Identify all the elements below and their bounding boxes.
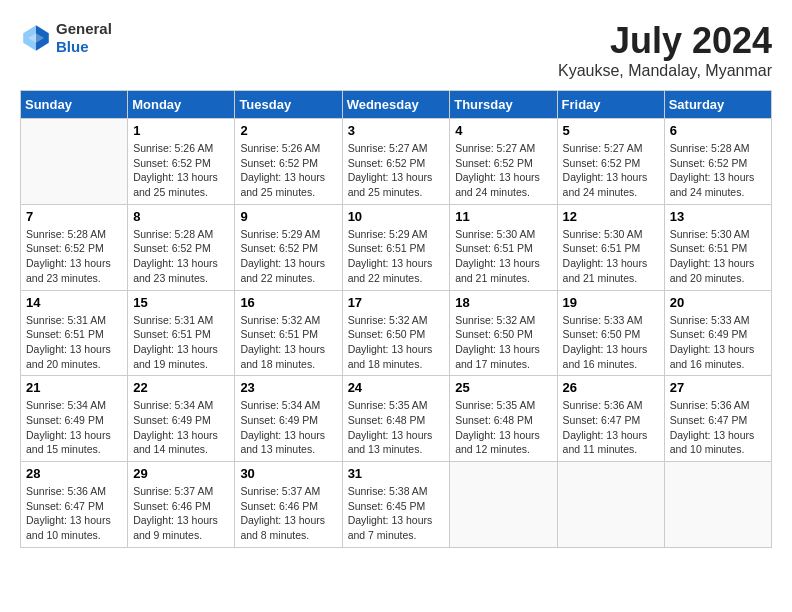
calendar-cell: 21Sunrise: 5:34 AM Sunset: 6:49 PM Dayli… (21, 376, 128, 462)
day-info: Sunrise: 5:27 AM Sunset: 6:52 PM Dayligh… (455, 141, 551, 200)
calendar-cell: 2Sunrise: 5:26 AM Sunset: 6:52 PM Daylig… (235, 119, 342, 205)
calendar-cell: 3Sunrise: 5:27 AM Sunset: 6:52 PM Daylig… (342, 119, 450, 205)
day-info: Sunrise: 5:36 AM Sunset: 6:47 PM Dayligh… (670, 398, 766, 457)
calendar-cell: 24Sunrise: 5:35 AM Sunset: 6:48 PM Dayli… (342, 376, 450, 462)
day-info: Sunrise: 5:30 AM Sunset: 6:51 PM Dayligh… (670, 227, 766, 286)
calendar-cell: 4Sunrise: 5:27 AM Sunset: 6:52 PM Daylig… (450, 119, 557, 205)
calendar-cell (664, 462, 771, 548)
calendar-cell: 31Sunrise: 5:38 AM Sunset: 6:45 PM Dayli… (342, 462, 450, 548)
calendar-cell: 23Sunrise: 5:34 AM Sunset: 6:49 PM Dayli… (235, 376, 342, 462)
day-number: 17 (348, 295, 445, 310)
calendar-cell: 22Sunrise: 5:34 AM Sunset: 6:49 PM Dayli… (128, 376, 235, 462)
calendar-location: Kyaukse, Mandalay, Myanmar (558, 62, 772, 80)
calendar-header-row: SundayMondayTuesdayWednesdayThursdayFrid… (21, 91, 772, 119)
day-of-week-header: Tuesday (235, 91, 342, 119)
day-info: Sunrise: 5:38 AM Sunset: 6:45 PM Dayligh… (348, 484, 445, 543)
day-info: Sunrise: 5:26 AM Sunset: 6:52 PM Dayligh… (133, 141, 229, 200)
day-number: 20 (670, 295, 766, 310)
day-info: Sunrise: 5:36 AM Sunset: 6:47 PM Dayligh… (563, 398, 659, 457)
page-header: General Blue July 2024 Kyaukse, Mandalay… (20, 20, 772, 80)
calendar-cell: 26Sunrise: 5:36 AM Sunset: 6:47 PM Dayli… (557, 376, 664, 462)
day-number: 10 (348, 209, 445, 224)
day-info: Sunrise: 5:34 AM Sunset: 6:49 PM Dayligh… (133, 398, 229, 457)
day-number: 16 (240, 295, 336, 310)
title-block: July 2024 Kyaukse, Mandalay, Myanmar (558, 20, 772, 80)
calendar-cell: 5Sunrise: 5:27 AM Sunset: 6:52 PM Daylig… (557, 119, 664, 205)
day-info: Sunrise: 5:30 AM Sunset: 6:51 PM Dayligh… (455, 227, 551, 286)
day-number: 14 (26, 295, 122, 310)
day-number: 26 (563, 380, 659, 395)
calendar-cell: 16Sunrise: 5:32 AM Sunset: 6:51 PM Dayli… (235, 290, 342, 376)
day-info: Sunrise: 5:35 AM Sunset: 6:48 PM Dayligh… (348, 398, 445, 457)
day-info: Sunrise: 5:31 AM Sunset: 6:51 PM Dayligh… (133, 313, 229, 372)
day-number: 31 (348, 466, 445, 481)
calendar-title: July 2024 (558, 20, 772, 62)
day-info: Sunrise: 5:37 AM Sunset: 6:46 PM Dayligh… (240, 484, 336, 543)
day-number: 4 (455, 123, 551, 138)
day-info: Sunrise: 5:34 AM Sunset: 6:49 PM Dayligh… (240, 398, 336, 457)
day-info: Sunrise: 5:29 AM Sunset: 6:52 PM Dayligh… (240, 227, 336, 286)
day-number: 2 (240, 123, 336, 138)
day-info: Sunrise: 5:35 AM Sunset: 6:48 PM Dayligh… (455, 398, 551, 457)
day-number: 18 (455, 295, 551, 310)
calendar-cell: 29Sunrise: 5:37 AM Sunset: 6:46 PM Dayli… (128, 462, 235, 548)
day-number: 28 (26, 466, 122, 481)
day-number: 11 (455, 209, 551, 224)
calendar-cell: 25Sunrise: 5:35 AM Sunset: 6:48 PM Dayli… (450, 376, 557, 462)
day-info: Sunrise: 5:27 AM Sunset: 6:52 PM Dayligh… (348, 141, 445, 200)
day-number: 21 (26, 380, 122, 395)
calendar-cell: 15Sunrise: 5:31 AM Sunset: 6:51 PM Dayli… (128, 290, 235, 376)
day-number: 13 (670, 209, 766, 224)
calendar-cell: 18Sunrise: 5:32 AM Sunset: 6:50 PM Dayli… (450, 290, 557, 376)
calendar-cell: 6Sunrise: 5:28 AM Sunset: 6:52 PM Daylig… (664, 119, 771, 205)
day-info: Sunrise: 5:29 AM Sunset: 6:51 PM Dayligh… (348, 227, 445, 286)
calendar-cell: 14Sunrise: 5:31 AM Sunset: 6:51 PM Dayli… (21, 290, 128, 376)
day-number: 19 (563, 295, 659, 310)
day-info: Sunrise: 5:30 AM Sunset: 6:51 PM Dayligh… (563, 227, 659, 286)
calendar-cell: 13Sunrise: 5:30 AM Sunset: 6:51 PM Dayli… (664, 204, 771, 290)
day-info: Sunrise: 5:34 AM Sunset: 6:49 PM Dayligh… (26, 398, 122, 457)
day-of-week-header: Saturday (664, 91, 771, 119)
day-info: Sunrise: 5:32 AM Sunset: 6:51 PM Dayligh… (240, 313, 336, 372)
day-of-week-header: Thursday (450, 91, 557, 119)
day-number: 3 (348, 123, 445, 138)
day-number: 8 (133, 209, 229, 224)
day-info: Sunrise: 5:28 AM Sunset: 6:52 PM Dayligh… (670, 141, 766, 200)
day-info: Sunrise: 5:36 AM Sunset: 6:47 PM Dayligh… (26, 484, 122, 543)
calendar-cell: 7Sunrise: 5:28 AM Sunset: 6:52 PM Daylig… (21, 204, 128, 290)
calendar-cell (21, 119, 128, 205)
calendar-week-row: 1Sunrise: 5:26 AM Sunset: 6:52 PM Daylig… (21, 119, 772, 205)
calendar-week-row: 7Sunrise: 5:28 AM Sunset: 6:52 PM Daylig… (21, 204, 772, 290)
calendar-cell (557, 462, 664, 548)
day-info: Sunrise: 5:28 AM Sunset: 6:52 PM Dayligh… (26, 227, 122, 286)
logo: General Blue (20, 20, 112, 56)
calendar-cell: 28Sunrise: 5:36 AM Sunset: 6:47 PM Dayli… (21, 462, 128, 548)
calendar-cell: 19Sunrise: 5:33 AM Sunset: 6:50 PM Dayli… (557, 290, 664, 376)
day-number: 9 (240, 209, 336, 224)
day-info: Sunrise: 5:32 AM Sunset: 6:50 PM Dayligh… (455, 313, 551, 372)
day-number: 29 (133, 466, 229, 481)
day-number: 23 (240, 380, 336, 395)
day-number: 15 (133, 295, 229, 310)
day-number: 5 (563, 123, 659, 138)
day-number: 25 (455, 380, 551, 395)
day-of-week-header: Monday (128, 91, 235, 119)
calendar-cell: 10Sunrise: 5:29 AM Sunset: 6:51 PM Dayli… (342, 204, 450, 290)
day-info: Sunrise: 5:28 AM Sunset: 6:52 PM Dayligh… (133, 227, 229, 286)
day-info: Sunrise: 5:32 AM Sunset: 6:50 PM Dayligh… (348, 313, 445, 372)
calendar-week-row: 28Sunrise: 5:36 AM Sunset: 6:47 PM Dayli… (21, 462, 772, 548)
day-info: Sunrise: 5:37 AM Sunset: 6:46 PM Dayligh… (133, 484, 229, 543)
day-info: Sunrise: 5:31 AM Sunset: 6:51 PM Dayligh… (26, 313, 122, 372)
day-info: Sunrise: 5:26 AM Sunset: 6:52 PM Dayligh… (240, 141, 336, 200)
logo-icon (20, 22, 52, 54)
calendar-cell: 1Sunrise: 5:26 AM Sunset: 6:52 PM Daylig… (128, 119, 235, 205)
day-number: 7 (26, 209, 122, 224)
day-number: 27 (670, 380, 766, 395)
day-number: 30 (240, 466, 336, 481)
calendar-cell (450, 462, 557, 548)
day-number: 22 (133, 380, 229, 395)
day-number: 1 (133, 123, 229, 138)
calendar-cell: 9Sunrise: 5:29 AM Sunset: 6:52 PM Daylig… (235, 204, 342, 290)
day-info: Sunrise: 5:27 AM Sunset: 6:52 PM Dayligh… (563, 141, 659, 200)
calendar-cell: 17Sunrise: 5:32 AM Sunset: 6:50 PM Dayli… (342, 290, 450, 376)
